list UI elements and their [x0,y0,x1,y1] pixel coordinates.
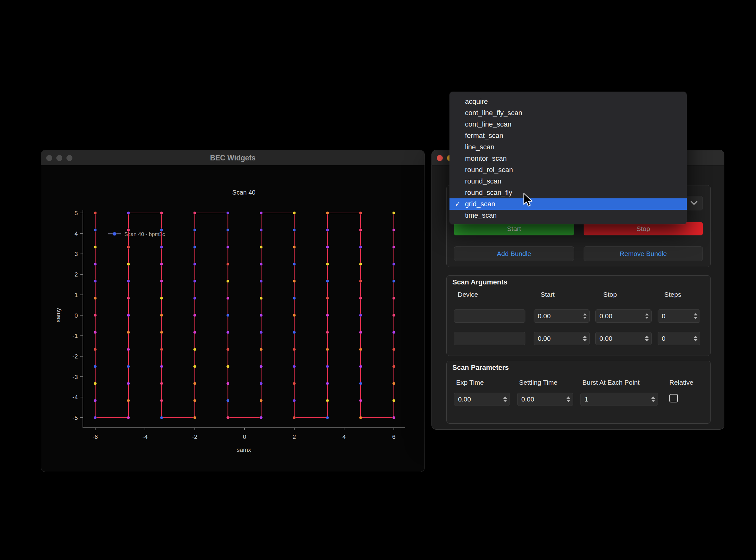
desktop: BEC Widgets 543210-1-2-3-4-5-6-4-20246Sc… [0,0,756,560]
svg-text:2: 2 [74,271,78,278]
device-input[interactable] [454,332,525,345]
menu-item-cont_line_scan[interactable]: cont_line_scan [449,119,687,130]
scan-parameters-title: Scan Parameters [452,363,509,372]
exp-time-spinbox[interactable]: 0.00 [454,393,510,406]
svg-text:5: 5 [74,210,78,216]
menu-item-label: round_roi_scan [465,166,513,174]
menu-item-label: round_scan [465,177,502,185]
device-input[interactable] [454,309,525,323]
svg-text:-1: -1 [73,333,78,339]
svg-text:-3: -3 [73,374,78,380]
svg-text:samx: samx [237,446,251,453]
scan-plot: 543210-1-2-3-4-5-6-4-20246Scan 40samxsam… [41,165,425,472]
menu-item-label: time_scan [465,211,497,219]
menu-item-monitor_scan[interactable]: monitor_scan [449,153,687,164]
close-button[interactable] [437,155,443,161]
menu-item-label: monitor_scan [465,154,507,162]
svg-text:-6: -6 [93,434,98,440]
scan-arguments-group: Scan Arguments Device Start Stop Steps 0… [446,275,711,356]
check-icon: ✓ [455,198,463,210]
add-bundle-button[interactable]: Add Bundle [454,246,574,261]
menu-item-label: fermat_scan [465,132,503,140]
menu-item-round_scan_fly[interactable]: round_scan_fly [449,187,687,198]
stop-spinbox[interactable]: 0.00 [595,332,652,345]
spinner-arrows-icon[interactable] [583,336,587,341]
svg-text:0: 0 [74,312,78,319]
mouse-cursor [523,193,533,207]
spinner-arrows-icon[interactable] [645,336,649,341]
menu-item-time_scan[interactable]: time_scan [449,210,687,221]
burst-label: Burst At Each Point [583,379,639,386]
scan-dropdown-menu: acquirecont_line_fly_scancont_line_scanf… [449,92,687,224]
svg-text:-5: -5 [73,415,78,421]
svg-text:-2: -2 [73,353,78,360]
menu-item-cont_line_fly_scan[interactable]: cont_line_fly_scan [449,107,687,119]
svg-text:4: 4 [74,230,78,237]
window-title: BEC Widgets [41,150,425,165]
svg-text:samy: samy [55,308,61,322]
svg-text:-2: -2 [192,434,197,440]
svg-text:1: 1 [74,292,78,298]
spinner-arrows-icon[interactable] [567,396,570,402]
scan-args-row: 0.000.000 [447,309,711,323]
svg-text:Scan 40 - bpm5c: Scan 40 - bpm5c [124,231,165,237]
spinner-arrows-icon[interactable] [645,313,649,319]
relative-label: Relative [669,379,693,386]
svg-text:3: 3 [74,251,78,257]
menu-item-grid_scan[interactable]: ✓grid_scan [449,198,687,210]
device-header: Device [458,291,478,298]
burst-spinbox[interactable]: 1 [580,393,658,406]
svg-text:-4: -4 [73,394,78,401]
settling-time-spinbox[interactable]: 0.00 [517,393,573,406]
spinner-arrows-icon[interactable] [503,396,507,402]
menu-item-fermat_scan[interactable]: fermat_scan [449,130,687,141]
menu-item-round_scan[interactable]: round_scan [449,176,687,187]
menu-item-label: cont_line_fly_scan [465,109,522,117]
svg-text:Scan 40: Scan 40 [232,189,255,196]
menu-item-label: acquire [465,97,488,105]
scan-arguments-title: Scan Arguments [452,278,507,286]
chevron-down-icon [691,201,697,205]
menu-item-acquire[interactable]: acquire [449,96,687,107]
svg-text:4: 4 [342,434,346,440]
spinner-arrows-icon[interactable] [583,313,587,319]
menu-item-round_roi_scan[interactable]: round_roi_scan [449,164,687,176]
start-spinbox[interactable]: 0.00 [534,332,590,345]
scan-parameters-group: Scan Parameters Exp Time Settling Time B… [446,361,711,424]
steps-spinbox[interactable]: 0 [658,332,700,345]
settling-time-label: Settling Time [519,379,557,386]
stop-spinbox[interactable]: 0.00 [595,309,652,323]
steps-spinbox[interactable]: 0 [658,309,700,323]
start-header: Start [540,291,554,298]
stop-header: Stop [603,291,617,298]
svg-text:-4: -4 [142,434,148,440]
menu-item-label: grid_scan [465,200,495,208]
svg-text:2: 2 [292,434,296,440]
menu-item-label: line_scan [465,143,494,151]
menu-item-label: round_scan_fly [465,188,512,197]
start-spinbox[interactable]: 0.00 [534,309,590,323]
menu-item-label: cont_line_scan [465,120,511,128]
scan-args-row: 0.000.000 [447,332,711,345]
spinner-arrows-icon[interactable] [694,313,697,319]
remove-bundle-button[interactable]: Remove Bundle [584,246,703,261]
bec-widgets-titlebar: BEC Widgets [41,150,425,165]
svg-text:6: 6 [392,434,396,440]
svg-text:0: 0 [243,434,246,440]
menu-item-line_scan[interactable]: line_scan [449,141,687,153]
exp-time-label: Exp Time [456,379,484,386]
spinner-arrows-icon[interactable] [651,396,655,402]
steps-header: Steps [664,291,681,298]
bec-widgets-window: BEC Widgets 543210-1-2-3-4-5-6-4-20246Sc… [41,150,425,472]
relative-checkbox[interactable] [669,394,678,402]
spinner-arrows-icon[interactable] [694,336,697,341]
